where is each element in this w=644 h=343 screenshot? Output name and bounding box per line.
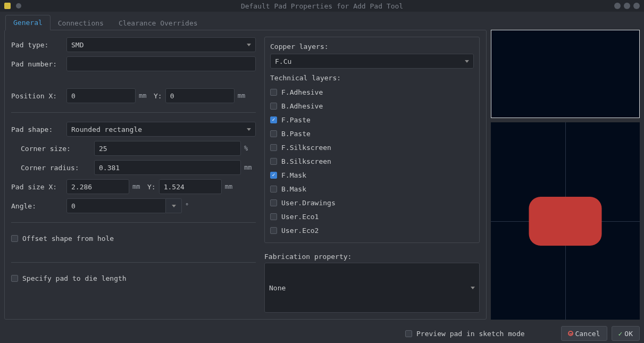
layer-label: F.Mask [281,171,306,179]
titlebar: Default Pad Properties for Add Pad Tool [0,0,644,12]
copper-layers-select[interactable]: F.Cu [270,54,474,69]
fab-prop-select[interactable]: None [264,263,480,313]
layer-label: B.Silkscreen [281,157,331,165]
tab-clearance[interactable]: Clearance Overrides [111,16,205,30]
window-controls [614,3,640,9]
pad-type-select[interactable]: SMD [66,37,256,52]
technical-layers-label: Technical layers: [270,74,474,82]
unit-degree: ° [185,202,197,210]
window-control-2[interactable] [624,3,630,9]
angle-label: Angle: [11,202,63,210]
layer-label: User.Eco2 [281,227,319,235]
left-column: Pad type: SMD Pad number: Position X: mm… [11,37,256,313]
preview-sketch-checkbox[interactable] [405,330,412,337]
pad-shape-label: Pad shape: [11,126,63,133]
specify-checkbox[interactable] [11,275,18,282]
layer-row: F.Mask [270,168,474,182]
layer-row: B.Paste [270,127,474,140]
pad-size-y-label: Y: [147,183,156,191]
chevron-down-icon [247,128,251,131]
position-x-label: Position X: [11,92,63,100]
cancel-icon [568,331,573,336]
pad-number-label: Pad number: [11,60,63,68]
divider [11,262,256,263]
ok-button[interactable]: ✓ OK [612,326,640,341]
position-y-input[interactable] [165,88,235,103]
chevron-down-icon [172,205,176,207]
tab-general[interactable]: General [5,15,51,30]
preview-top [491,30,640,118]
chevron-down-icon [471,287,475,289]
specify-label: Specify pad to die length [22,274,127,282]
divider [11,112,256,113]
layer-row: User.Eco2 [270,223,474,237]
corner-size-label: Corner size: [11,145,91,153]
layer-checkbox[interactable] [270,199,277,206]
layer-label: B.Mask [281,185,306,193]
check-icon: ✓ [618,330,623,338]
layer-row: B.Silkscreen [270,154,474,168]
offset-checkbox[interactable] [11,235,18,242]
pad-type-label: Pad type: [11,41,63,49]
fab-prop-value: None [269,284,286,292]
pad-preview-shape [529,197,602,246]
cancel-label: Cancel [575,330,600,338]
pad-size-x-input[interactable] [66,179,129,194]
offset-label: Offset shape from hole [22,235,114,242]
position-y-label: Y: [154,92,162,100]
angle-dropdown[interactable] [166,198,182,213]
layers-group: Copper layers: F.Cu Technical layers: F.… [264,37,480,243]
layer-checkbox[interactable] [270,158,277,165]
preview-main [491,122,640,320]
preview-column [491,30,640,320]
pad-number-input[interactable] [66,56,256,71]
layer-checkbox[interactable] [270,227,277,234]
layer-label: F.Paste [281,116,311,124]
layer-label: User.Drawings [281,199,336,207]
layer-checkbox[interactable] [270,213,277,220]
layer-label: F.Silkscreen [281,144,331,152]
angle-input[interactable] [66,198,166,213]
pad-type-value: SMD [71,41,83,49]
copper-layers-label: Copper layers: [270,43,474,51]
chevron-down-icon [247,44,251,46]
layer-checkbox[interactable] [270,186,277,193]
position-x-input[interactable] [66,88,136,103]
window-dot [16,3,21,9]
layer-checkbox[interactable] [270,172,277,179]
technical-layers-list: F.AdhesiveB.AdhesiveF.PasteB.PasteF.Silk… [270,85,474,237]
tab-connections[interactable]: Connections [51,16,111,30]
layer-label: User.Eco1 [281,213,319,221]
unit-mm: mm [244,164,256,171]
window-control-1[interactable] [614,3,621,9]
layer-checkbox[interactable] [270,130,277,137]
unit-mm: mm [139,92,150,99]
unit-mm: mm [238,92,249,99]
footer: Preview pad in sketch mode Cancel ✓ OK [0,324,644,343]
corner-radius-input[interactable] [94,160,241,175]
unit-percent: % [244,145,256,152]
right-column: Copper layers: F.Cu Technical layers: F.… [264,37,480,313]
layer-checkbox[interactable] [270,89,277,96]
window-control-3[interactable] [633,3,640,9]
layer-checkbox[interactable] [270,116,277,123]
ok-label: OK [624,330,633,338]
preview-sketch-label: Preview pad in sketch mode [416,330,525,338]
layer-row: F.Adhesive [270,85,474,99]
app-icon [4,3,11,9]
pad-size-y-input[interactable] [159,179,222,194]
pad-shape-select[interactable]: Rounded rectangle [66,122,256,137]
layer-row: B.Mask [270,182,474,196]
layer-checkbox[interactable] [270,144,277,151]
divider [11,222,256,223]
copper-layers-value: F.Cu [275,57,291,65]
unit-mm: mm [225,183,237,190]
layer-checkbox[interactable] [270,103,277,110]
layer-row: User.Drawings [270,196,474,210]
layer-row: F.Paste [270,113,474,127]
corner-size-input[interactable] [94,141,241,156]
layer-row: B.Adhesive [270,99,474,113]
pad-size-x-label: Pad size X: [11,183,63,191]
unit-mm: mm [132,183,144,190]
cancel-button[interactable]: Cancel [561,326,607,341]
